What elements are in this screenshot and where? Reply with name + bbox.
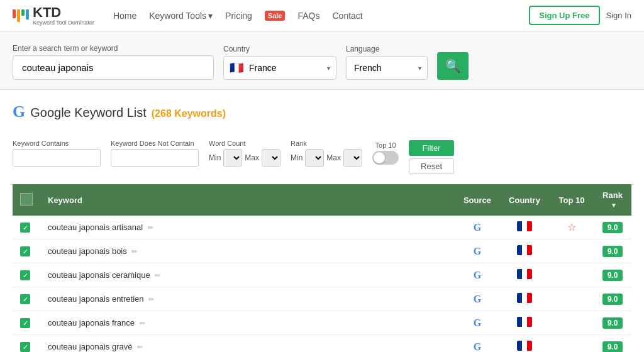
table-row: ✓ couteau japonais entretien ✏ G 9.0 xyxy=(13,287,631,311)
table-row: ✓ couteau japonais ceramique ✏ G 9.0 xyxy=(13,263,631,287)
row-source-google: G xyxy=(474,246,481,256)
table-row: ✓ couteau japonais gravé ✏ G 9.0 xyxy=(13,335,631,353)
keyword-contains-input[interactable] xyxy=(13,149,101,167)
row-source-cell: G xyxy=(455,311,499,335)
row-checkbox-cell: ✓ xyxy=(13,335,40,353)
row-country-cell xyxy=(499,335,550,353)
edit-icon[interactable]: ✏ xyxy=(131,248,137,255)
row-keyword-text: couteau japonais gravé xyxy=(48,342,132,351)
navbar: KTD Keyword Tool Dominator Home Keyword … xyxy=(0,0,644,31)
signin-button[interactable]: Sign In xyxy=(606,11,631,20)
france-flag-icon xyxy=(517,269,532,279)
search-button[interactable]: 🔍 xyxy=(437,52,469,80)
row-checkbox-cell: ✓ xyxy=(13,216,40,239)
rank-max-label: Max xyxy=(326,153,341,162)
logo-bar-4 xyxy=(26,9,29,19)
table-header-checkbox xyxy=(13,184,40,216)
row-keyword-cell: couteau japonais ceramique ✏ xyxy=(40,263,455,287)
row-top10-cell xyxy=(550,263,594,287)
sale-badge: Sale xyxy=(265,11,286,21)
row-checkbox[interactable]: ✓ xyxy=(20,318,30,328)
row-source-google: G xyxy=(474,270,481,280)
search-group: Enter a search term or keyword xyxy=(13,44,214,80)
keyword-contains-label: Keyword Contains xyxy=(13,140,101,147)
nav-pricing[interactable]: Pricing xyxy=(225,11,252,21)
filters-row: Keyword Contains Keyword Does Not Contai… xyxy=(13,131,631,174)
filter-button[interactable]: Filter xyxy=(409,140,454,156)
edit-icon[interactable]: ✏ xyxy=(148,295,154,303)
row-country-cell xyxy=(499,263,550,287)
signup-button[interactable]: Sign Up Free xyxy=(529,6,599,25)
language-group: Language French ▾ xyxy=(346,45,428,80)
rank-min-select[interactable] xyxy=(305,149,324,167)
top10-toggle[interactable] xyxy=(372,151,399,165)
word-count-group: Word Count Min Max xyxy=(209,140,280,167)
france-flag-icon xyxy=(517,221,532,231)
row-checkbox[interactable]: ✓ xyxy=(20,294,30,304)
row-checkbox[interactable]: ✓ xyxy=(20,342,30,352)
nav-home[interactable]: Home xyxy=(113,11,136,21)
edit-icon[interactable]: ✏ xyxy=(137,343,143,351)
keyword-not-contain-input[interactable] xyxy=(111,149,199,167)
row-source-cell: G xyxy=(455,239,499,263)
row-country-cell xyxy=(499,311,550,335)
row-rank-cell: 9.0 xyxy=(594,239,631,263)
row-rank-cell: 9.0 xyxy=(594,311,631,335)
row-keyword-text: couteau japonais france xyxy=(48,318,135,327)
nav-right: Sign Up Free Sign In xyxy=(529,6,631,25)
row-keyword-cell: couteau japonais bois ✏ xyxy=(40,239,455,263)
row-checkbox-cell: ✓ xyxy=(13,263,40,287)
row-country-cell xyxy=(499,287,550,311)
row-keyword-text: couteau japonais entretien xyxy=(48,294,144,304)
rank-group: Rank Min Max xyxy=(291,140,362,167)
word-count-min-select[interactable] xyxy=(223,149,242,167)
logo: KTD Keyword Tool Dominator xyxy=(13,6,94,26)
france-flag-icon xyxy=(517,245,532,255)
results-heading: Google Keyword List xyxy=(30,106,147,120)
logo-bar-2 xyxy=(17,9,20,22)
table-header-source: Source xyxy=(455,184,499,216)
row-top10-cell xyxy=(550,287,594,311)
row-keyword-cell: couteau japonais france ✏ xyxy=(40,311,455,335)
table-header-row: Keyword Source Country Top 10 Rank ▼ xyxy=(13,184,631,216)
row-checkbox[interactable]: ✓ xyxy=(20,223,30,233)
row-checkbox[interactable]: ✓ xyxy=(20,246,30,256)
nav-links: Home Keyword Tools ▾ Pricing Sale FAQs C… xyxy=(113,11,529,21)
keyword-contains-group: Keyword Contains xyxy=(13,140,101,167)
select-all-checkbox[interactable] xyxy=(20,193,33,206)
rank-badge: 9.0 xyxy=(602,246,623,257)
country-label: Country xyxy=(223,45,336,53)
row-keyword-cell: couteau japonais artisanal ✏ xyxy=(40,216,455,239)
country-select[interactable]: France xyxy=(223,56,336,80)
row-keyword-text: couteau japonais ceramique xyxy=(48,270,150,280)
star-icon: ☆ xyxy=(567,222,576,233)
row-country-cell xyxy=(499,239,550,263)
nav-keyword-tools[interactable]: Keyword Tools ▾ xyxy=(149,11,213,21)
search-label: Enter a search term or keyword xyxy=(13,44,214,53)
table-header-country: Country xyxy=(499,184,550,216)
row-rank-cell: 9.0 xyxy=(594,287,631,311)
row-checkbox[interactable]: ✓ xyxy=(20,270,30,280)
rank-badge: 9.0 xyxy=(602,222,623,233)
rank-max-select[interactable] xyxy=(343,149,362,167)
row-top10-cell xyxy=(550,239,594,263)
row-keyword-cell: couteau japonais entretien ✏ xyxy=(40,287,455,311)
nav-contact[interactable]: Contact xyxy=(333,11,363,21)
row-rank-cell: 9.0 xyxy=(594,263,631,287)
language-select[interactable]: French xyxy=(346,56,428,80)
top10-label: Top 10 xyxy=(375,141,396,149)
edit-icon[interactable]: ✏ xyxy=(140,319,145,327)
search-input[interactable] xyxy=(13,55,214,80)
logo-text: KTD Keyword Tool Dominator xyxy=(33,6,94,26)
search-row: Enter a search term or keyword Country 🇫… xyxy=(13,44,631,80)
row-source-cell: G xyxy=(455,335,499,353)
nav-faqs[interactable]: FAQs xyxy=(297,11,319,21)
search-icon: 🔍 xyxy=(445,58,461,74)
row-keyword-text: couteau japonais artisanal xyxy=(48,223,143,232)
reset-button[interactable]: Reset xyxy=(409,158,454,174)
edit-icon[interactable]: ✏ xyxy=(155,272,160,279)
min-label: Min xyxy=(209,153,221,162)
edit-icon[interactable]: ✏ xyxy=(148,224,153,231)
word-count-max-select[interactable] xyxy=(262,149,280,167)
word-count-row: Min Max xyxy=(209,149,280,167)
